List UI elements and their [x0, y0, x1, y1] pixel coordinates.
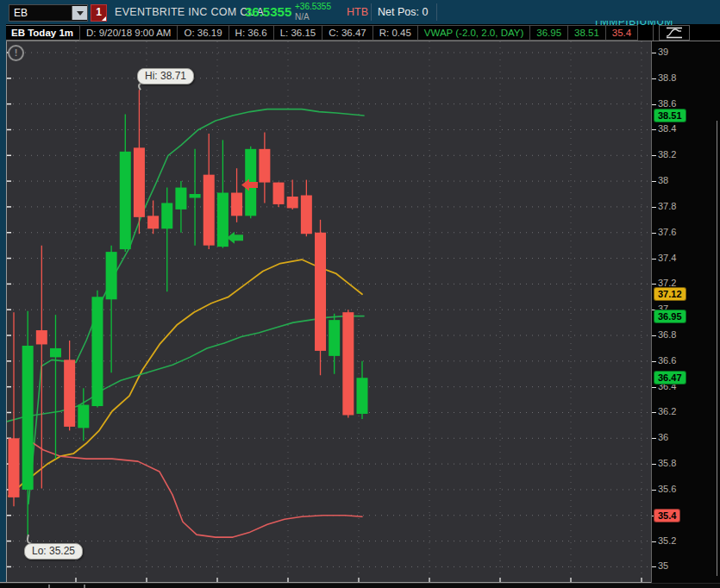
candle-body	[357, 378, 368, 414]
axis-tick	[652, 361, 656, 362]
symbol-value[interactable]: EB	[9, 7, 72, 19]
axis-label-38.2: 38.2	[658, 149, 676, 160]
candle-body	[161, 203, 172, 228]
candle-body	[147, 216, 159, 228]
montage-link-badge[interactable]: 1	[91, 4, 107, 22]
axis-tick	[652, 207, 656, 208]
buy-arrow-icon	[227, 232, 243, 244]
axis-tick	[652, 387, 656, 388]
ohlc-cell-4: C: 36.47	[322, 25, 373, 41]
last-price: 36.5355	[245, 0, 291, 24]
candle-body	[329, 320, 340, 356]
scrollbar-edge[interactable]	[717, 121, 717, 576]
axis-tick	[652, 335, 656, 336]
ohlc-cell-0: D: 9/20/18 9:00 AM	[79, 25, 178, 41]
price-tag-36.47: 36.47	[654, 371, 686, 385]
overlay-vwap	[9, 260, 362, 496]
price-change-block: +36.5355 N/A	[295, 2, 331, 22]
overlay-vwap-upper-band	[28, 109, 364, 504]
candle-body	[134, 147, 145, 217]
net-position: Net Pos: 0	[378, 0, 428, 24]
price-tag-38.51: 38.51	[654, 109, 686, 122]
candle-body	[259, 149, 270, 183]
ohlc-cell-1: O: 36.19	[177, 25, 229, 41]
axis-label-38: 38	[658, 175, 668, 185]
axis-label-35.8: 35.8	[658, 458, 676, 468]
ohlc-cell-7: 36.95	[529, 25, 568, 41]
bottom-edge	[0, 583, 720, 588]
axis-tick	[652, 464, 656, 465]
chevron-down-icon	[77, 11, 84, 16]
axis-label-37.8: 37.8	[658, 201, 676, 211]
candle-body	[315, 233, 326, 351]
candlestick-chart[interactable]	[7, 41, 651, 582]
axis-label-36.2: 36.2	[658, 406, 676, 416]
chart-toolbar: EB Today 1m D: 9/20/18 9:00 AMO: 36.19H:…	[0, 24, 720, 41]
candle-body	[50, 348, 61, 357]
chart-title-cell: EB Today 1m	[4, 25, 80, 41]
axis-tick	[652, 53, 656, 53]
symbol-dropdown-button[interactable]	[72, 6, 87, 20]
divider	[436, 3, 437, 21]
axis-tick	[652, 412, 656, 413]
trading-chart-window: EB 1 EVENTBRITE INC COM CL A 36.5355 +36…	[0, 0, 720, 588]
ohlc-cell-6: VWAP (-2.0, 2.0, DAY)	[417, 25, 530, 41]
tick-mark	[48, 585, 50, 588]
candle-body	[301, 196, 312, 235]
candle-body	[91, 297, 103, 406]
axis-tick	[652, 541, 656, 542]
short-status-badge: HTB	[347, 0, 368, 24]
axis-label-36: 36	[658, 432, 668, 442]
axis-tick	[652, 129, 656, 130]
axis-tick	[652, 233, 656, 234]
price-change: +36.5355	[295, 2, 331, 12]
candle-body	[64, 360, 75, 427]
overlay-vwap-lower-band	[26, 438, 362, 537]
axis-tick	[652, 104, 656, 105]
axis-tick	[652, 490, 656, 491]
candle-body	[203, 175, 215, 246]
window-edge	[0, 24, 6, 588]
divider	[371, 3, 372, 21]
price-tag-37.12: 37.12	[654, 287, 686, 301]
axis-label-35: 35	[658, 560, 668, 571]
candle-body	[106, 252, 117, 299]
ohlc-cell-row: EB Today 1m D: 9/20/18 9:00 AMO: 36.19H:…	[5, 25, 638, 41]
warning-icon[interactable]: !	[8, 45, 24, 61]
candle-body	[9, 438, 20, 497]
price-tag-35.4: 35.4	[654, 509, 680, 522]
price-axis[interactable]: 3938.838.638.438.23837.837.637.437.23736…	[652, 41, 720, 583]
study-settings-button[interactable]	[659, 25, 690, 41]
axis-tick	[652, 78, 656, 79]
candle-body	[175, 188, 186, 210]
axis-label-38.8: 38.8	[658, 72, 676, 83]
candle-body	[36, 330, 47, 344]
candle-body	[78, 405, 89, 428]
candle-body	[231, 193, 242, 216]
tick-mark	[84, 585, 85, 588]
axis-tick	[652, 566, 656, 567]
montage-link-number: 1	[96, 6, 102, 18]
axis-label-39: 39	[658, 47, 668, 57]
axis-tick	[652, 155, 656, 156]
axis-label-36.6: 36.6	[658, 355, 676, 366]
overlay-moving-average	[7, 316, 364, 422]
axis-label-38.4: 38.4	[658, 123, 676, 134]
company-name: EVENTBRITE INC COM CL A	[115, 0, 264, 24]
link-corner-icon	[102, 16, 106, 21]
candle-body	[22, 346, 34, 490]
day-high-label: Hi: 38.71	[137, 68, 194, 84]
axis-tick	[652, 259, 656, 260]
candle-body	[190, 194, 201, 197]
line-chart-icon	[665, 27, 684, 39]
divider	[653, 24, 654, 41]
candle-body	[217, 193, 229, 247]
candle-body	[287, 197, 298, 208]
ohlc-cell-5: R: 0.45	[373, 25, 418, 41]
symbol-input[interactable]: EB	[9, 4, 88, 22]
candle-body	[342, 312, 354, 415]
axis-tick	[652, 438, 656, 439]
axis-label-37.4: 37.4	[658, 253, 676, 263]
ohlc-cell-2: H: 36.6	[229, 25, 274, 41]
axis-tick	[652, 181, 656, 182]
